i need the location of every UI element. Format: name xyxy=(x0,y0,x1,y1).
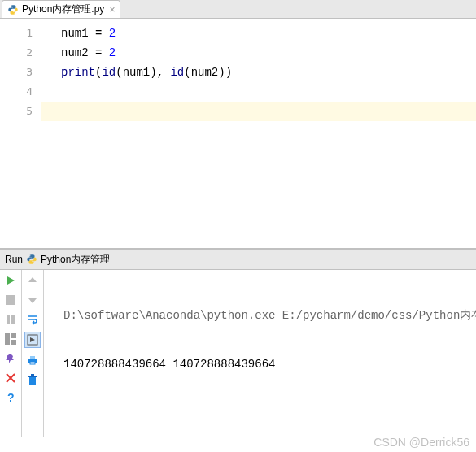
rerun-button[interactable] xyxy=(3,273,18,288)
line-number: 3 xyxy=(0,63,33,82)
console-stdout: 140728888439664 140728888439664 xyxy=(63,356,476,372)
delete-button[interactable] xyxy=(25,372,40,387)
scroll-up-button[interactable] xyxy=(25,273,40,288)
editor-tab-bar: Python内存管理.py × xyxy=(0,0,476,19)
run-panel: ? D:\software\Anaconda\python.exe E:/pyc… xyxy=(0,270,476,437)
svg-point-2 xyxy=(29,255,30,256)
pause-button[interactable] xyxy=(3,312,18,327)
console-output[interactable]: D:\software\Anaconda\python.exe E:/pycha… xyxy=(44,270,476,437)
run-toolbar-secondary xyxy=(22,270,44,437)
code-editor[interactable]: 1 2 3 4 5 num1 = 2 num2 = 2 print(id(num… xyxy=(0,19,476,249)
line-number: 1 xyxy=(0,24,33,43)
soft-wrap-button[interactable] xyxy=(25,312,40,327)
run-panel-header[interactable]: Run Python内存管理 xyxy=(0,249,476,270)
svg-point-0 xyxy=(11,6,11,7)
svg-rect-14 xyxy=(30,362,35,364)
help-button[interactable]: ? xyxy=(3,390,18,405)
svg-rect-15 xyxy=(29,377,36,385)
svg-rect-5 xyxy=(7,315,10,324)
line-number: 5 xyxy=(0,102,33,121)
file-tab[interactable]: Python内存管理.py × xyxy=(2,0,120,18)
print-button[interactable] xyxy=(25,353,40,367)
svg-rect-17 xyxy=(31,374,34,376)
layout-button[interactable] xyxy=(3,332,18,346)
python-file-icon xyxy=(7,4,19,15)
run-label: Run xyxy=(5,254,23,265)
code-line: print(id(num1), id(num2)) xyxy=(61,63,476,82)
svg-rect-9 xyxy=(11,340,16,345)
current-line-highlight xyxy=(41,102,476,121)
python-icon xyxy=(26,254,37,265)
svg-rect-7 xyxy=(5,333,10,345)
svg-point-1 xyxy=(15,12,15,13)
run-config-name: Python内存管理 xyxy=(41,253,110,267)
code-area[interactable]: num1 = 2 num2 = 2 print(id(num1), id(num… xyxy=(41,19,476,248)
svg-point-3 xyxy=(33,263,34,263)
close-panel-button[interactable] xyxy=(3,371,18,385)
svg-rect-4 xyxy=(6,295,15,305)
code-line: num1 = 2 xyxy=(61,24,476,43)
console-command: D:\software\Anaconda\python.exe E:/pycha… xyxy=(63,307,476,324)
pin-button[interactable] xyxy=(3,351,18,366)
code-line: num2 = 2 xyxy=(61,43,476,63)
tab-filename: Python内存管理.py xyxy=(22,2,104,16)
stop-button[interactable] xyxy=(3,293,18,307)
svg-rect-6 xyxy=(11,315,15,324)
close-tab-icon[interactable]: × xyxy=(109,4,115,15)
svg-rect-13 xyxy=(30,356,35,359)
watermark: CSDN @Derrick56 xyxy=(373,436,469,449)
scroll-down-button[interactable] xyxy=(25,293,40,307)
svg-rect-8 xyxy=(11,333,16,338)
svg-rect-16 xyxy=(28,376,37,377)
svg-text:?: ? xyxy=(7,392,15,403)
scroll-to-end-button[interactable] xyxy=(24,332,41,348)
line-number: 2 xyxy=(0,43,33,63)
run-toolbar-primary: ? xyxy=(0,270,22,437)
line-number-gutter: 1 2 3 4 5 xyxy=(0,19,41,248)
line-number: 4 xyxy=(0,82,33,102)
